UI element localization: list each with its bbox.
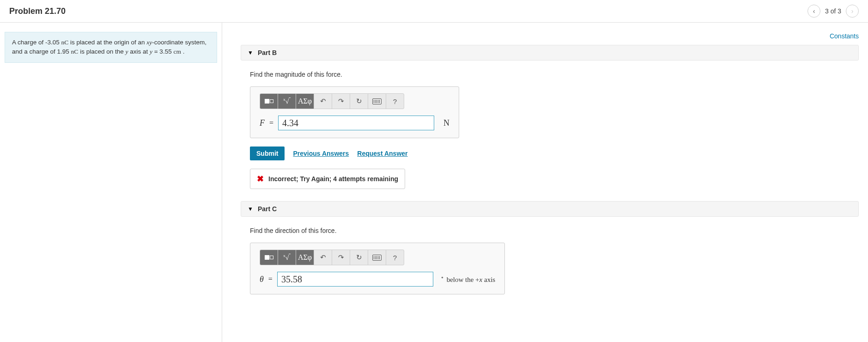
submit-button[interactable]: Submit [250,147,285,160]
prev-page-button[interactable]: ‹ [807,5,820,18]
request-answer-link[interactable]: Request Answer [357,150,407,157]
part-c-body: Find the direction of this force. x√ ΑΣφ… [241,221,859,306]
part-c-input[interactable] [277,272,433,287]
page-indicator: 3 of 3 [825,7,841,15]
template-icon[interactable] [260,94,278,109]
header: Problem 21.70 ‹ 3 of 3 › [0,0,868,23]
problem-title: Problem 21.70 [9,6,66,16]
collapse-icon: ▼ [248,49,253,56]
keyboard-icon[interactable] [368,94,386,109]
help-icon[interactable]: ? [386,250,404,265]
incorrect-icon: ✖ [257,174,264,184]
template-icon[interactable] [260,250,278,265]
feedback-text: Incorrect; Try Again; 4 attempts remaini… [268,175,398,183]
part-c-answer-box: x√ ΑΣφ ↶ ↷ ↻ ? θ = ∘ below the +x axis [250,243,505,294]
problem-statement: A charge of -3.05 nC is placed at the or… [5,32,217,63]
sqrt-icon[interactable]: x√ [278,250,296,265]
part-b-unit: N [443,118,449,128]
part-c-header[interactable]: ▼ Part C [241,201,859,217]
part-c-label: Part C [258,205,277,213]
greek-icon[interactable]: ΑΣφ [296,250,314,265]
part-b-label: Part B [258,49,277,56]
sqrt-icon[interactable]: x√ [278,94,296,109]
part-c-variable: θ [260,275,264,284]
equation-toolbar: x√ ΑΣφ ↶ ↷ ↻ ? [260,93,404,109]
part-b-header[interactable]: ▼ Part B [241,45,859,61]
reset-icon[interactable]: ↻ [350,250,368,265]
part-c-unit: ∘ below the +x axis [441,275,495,284]
redo-icon[interactable]: ↷ [332,94,350,109]
part-b-prompt: Find the magnitude of this force. [250,71,850,78]
previous-answers-link[interactable]: Previous Answers [293,150,349,157]
constants-link[interactable]: Constants [830,32,859,40]
undo-icon[interactable]: ↶ [314,94,332,109]
equation-toolbar: x√ ΑΣφ ↶ ↷ ↻ ? [260,250,404,265]
part-b-body: Find the magnitude of this force. x√ ΑΣφ… [241,65,859,201]
redo-icon[interactable]: ↷ [332,250,350,265]
part-b-input[interactable] [278,116,434,130]
undo-icon[interactable]: ↶ [314,250,332,265]
part-b-variable: F [260,118,265,128]
help-icon[interactable]: ? [386,94,404,109]
keyboard-icon[interactable] [368,250,386,265]
greek-icon[interactable]: ΑΣφ [296,94,314,109]
part-c-prompt: Find the direction of this force. [250,227,850,234]
reset-icon[interactable]: ↻ [350,94,368,109]
problem-statement-column: A charge of -3.05 nC is placed at the or… [0,23,222,342]
page-nav: ‹ 3 of 3 › [807,5,859,18]
answer-column: Constants ▼ Part B Find the magnitude of… [222,23,868,342]
collapse-icon: ▼ [248,206,253,212]
part-b-answer-box: x√ ΑΣφ ↶ ↷ ↻ ? F = N [250,86,459,138]
next-page-button: › [846,5,859,18]
feedback-box: ✖ Incorrect; Try Again; 4 attempts remai… [250,169,405,189]
